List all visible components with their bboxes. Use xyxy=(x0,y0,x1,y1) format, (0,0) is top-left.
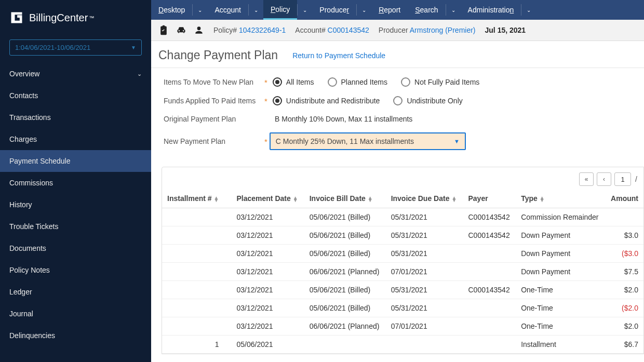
topnav-dropdown-administration[interactable]: ⌄ xyxy=(521,0,536,20)
cell-due: 05/31/2021 xyxy=(386,226,463,245)
pager-first-button[interactable]: « xyxy=(579,172,594,186)
topnav-search[interactable]: Search xyxy=(408,0,445,20)
sidebar-item-label: Charges xyxy=(9,135,37,143)
clipboard-icon[interactable] xyxy=(158,25,169,35)
sidebar-item-policy-notes[interactable]: Policy Notes xyxy=(0,259,151,281)
policy-number-link[interactable]: 1042322649-1 xyxy=(239,26,286,34)
cell-placement: 03/12/2021 xyxy=(232,245,304,263)
form-area: Items To Move To New Plan * All ItemsPla… xyxy=(151,68,644,165)
col-amount[interactable]: Amount xyxy=(605,189,643,208)
table-row[interactable]: 03/12/202106/06/2021 (Planned)07/01/2021… xyxy=(162,263,643,281)
radio-label: Undistribute Only xyxy=(407,97,462,105)
sidebar-item-commissions[interactable]: Commissions xyxy=(0,172,151,194)
sidebar-item-journal[interactable]: Journal xyxy=(0,303,151,325)
table-row[interactable]: 03/12/202105/06/2021 (Billed)05/31/2021C… xyxy=(162,208,643,226)
table-row[interactable]: 03/12/202105/06/2021 (Billed)05/31/2021C… xyxy=(162,281,643,299)
pager-separator: / xyxy=(634,175,638,183)
cell-type: Down Payment xyxy=(516,263,605,281)
table-row[interactable]: 03/12/202105/06/2021 (Billed)05/31/2021O… xyxy=(162,299,643,317)
return-link[interactable]: Return to Payment Schedule xyxy=(292,51,385,60)
pager-page-input[interactable]: 1 xyxy=(614,172,631,186)
sidebar-item-history[interactable]: History xyxy=(0,194,151,216)
col-installment[interactable]: Installment #▲▼ xyxy=(162,189,232,208)
funds-radio-group: Undistribute and RedistributeUndistribut… xyxy=(273,96,463,105)
topnav-report[interactable]: Report xyxy=(371,0,408,20)
topnav-producer[interactable]: Producer xyxy=(312,0,356,20)
sidebar-item-payment-schedule[interactable]: Payment Schedule xyxy=(0,150,151,172)
cell-payer xyxy=(463,299,516,317)
col-payer[interactable]: Payer xyxy=(463,189,516,208)
sort-icon: ▲▼ xyxy=(293,196,298,202)
cell-due: 05/31/2021 xyxy=(386,281,463,299)
items-to-move-row: Items To Move To New Plan * All ItemsPla… xyxy=(164,77,632,87)
sidebar-item-charges[interactable]: Charges xyxy=(0,128,151,150)
radio-icon xyxy=(328,77,337,87)
col-due-date[interactable]: Invoice Due Date▲▼ xyxy=(386,189,463,208)
topnav-administration[interactable]: Administration xyxy=(461,0,521,20)
sidebar-item-label: Commissions xyxy=(9,179,53,187)
new-plan-select[interactable]: C Monthly 25% Down, 11 Max installments … xyxy=(270,132,466,150)
cell-install xyxy=(162,245,232,263)
sidebar-item-label: Overview xyxy=(9,70,39,78)
radio-label: Undistribute and Redistribute xyxy=(286,97,380,105)
sidebar-nav: Overview⌄ContactsTransactionsChargesPaym… xyxy=(0,63,151,346)
radio-undistribute-only[interactable]: Undistribute Only xyxy=(393,96,462,105)
producer-name-link[interactable]: Armstrong (Premier) xyxy=(410,26,476,34)
sidebar-item-label: Policy Notes xyxy=(9,266,50,274)
required-icon: * xyxy=(264,97,267,105)
sidebar-item-label: Documents xyxy=(9,244,46,252)
sort-icon: ▲▼ xyxy=(451,196,457,202)
sidebar-item-ledger[interactable]: Ledger xyxy=(0,281,151,303)
pager-prev-button[interactable]: ‹ xyxy=(597,172,611,186)
table-row[interactable]: 03/12/202105/06/2021 (Billed)05/31/2021C… xyxy=(162,226,643,245)
account-number-link[interactable]: C000143542 xyxy=(328,26,369,34)
col-placement[interactable]: Placement Date▲▼ xyxy=(232,189,304,208)
cell-payer: C000143542 xyxy=(463,281,516,299)
radio-not-fully-paid-items[interactable]: Not Fully Paid Items xyxy=(401,77,479,87)
sidebar-item-contacts[interactable]: Contacts xyxy=(0,85,151,106)
sidebar-item-trouble-tickets[interactable]: Trouble Tickets xyxy=(0,216,151,237)
car-icon[interactable] xyxy=(176,25,186,35)
cell-install xyxy=(162,317,232,336)
context-bar: Policy# 1042322649-1 Account# C000143542… xyxy=(151,20,644,41)
sidebar-item-label: Transactions xyxy=(9,113,51,122)
topnav-dropdown-producer[interactable]: ⌄ xyxy=(357,0,371,20)
cell-due: 07/01/2021 xyxy=(386,317,463,336)
cell-type: Installment xyxy=(516,336,605,354)
person-icon[interactable] xyxy=(194,25,204,35)
topnav-dropdown-policy[interactable]: ⌄ xyxy=(298,0,312,20)
cell-due: 05/31/2021 xyxy=(386,245,463,263)
topnav-account[interactable]: Account xyxy=(207,0,248,20)
sidebar-item-delinquencies[interactable]: Delinquencies xyxy=(0,325,151,346)
sidebar-item-overview[interactable]: Overview⌄ xyxy=(0,63,151,85)
table-row[interactable]: 03/12/202105/06/2021 (Billed)05/31/2021D… xyxy=(162,245,643,263)
date-range-selector[interactable]: 1:04/06/2021-10/06/2021 ▼ xyxy=(9,39,142,56)
sidebar-item-label: Delinquencies xyxy=(9,331,55,340)
sort-icon: ▲▼ xyxy=(368,196,373,202)
cell-type: One-Time xyxy=(516,299,605,317)
cell-bill: 05/06/2021 (Billed) xyxy=(304,226,386,245)
cell-type: Down Payment xyxy=(516,226,605,245)
table-row[interactable]: 105/06/2021Installment$6.7 xyxy=(162,336,643,354)
sidebar-item-documents[interactable]: Documents xyxy=(0,237,151,259)
topnav-desktop[interactable]: Desktop xyxy=(151,0,192,20)
brand-name: BillingCenter xyxy=(29,12,88,24)
context-icons xyxy=(158,25,204,35)
top-nav: Desktop⌄Account⌄Policy⌄Producer⌄ReportSe… xyxy=(151,0,644,20)
radio-all-items[interactable]: All Items xyxy=(273,77,314,87)
topnav-dropdown-search[interactable]: ⌄ xyxy=(446,0,461,20)
sidebar-item-transactions[interactable]: Transactions xyxy=(0,106,151,128)
cell-due: 05/31/2021 xyxy=(386,299,463,317)
radio-undistribute-and-redistribute[interactable]: Undistribute and Redistribute xyxy=(273,96,380,105)
col-type[interactable]: Type▲▼ xyxy=(516,189,605,208)
table-row[interactable]: 03/12/202106/06/2021 (Planned)07/01/2021… xyxy=(162,317,643,336)
topnav-policy[interactable]: Policy xyxy=(263,0,297,20)
topnav-dropdown-account[interactable]: ⌄ xyxy=(249,0,263,20)
radio-label: Planned Items xyxy=(341,78,388,86)
radio-planned-items[interactable]: Planned Items xyxy=(328,77,388,87)
account-label: Account# xyxy=(295,26,325,34)
col-bill-date[interactable]: Invoice Bill Date▲▼ xyxy=(304,189,386,208)
cell-due: 05/31/2021 xyxy=(386,208,463,226)
topnav-dropdown-desktop[interactable]: ⌄ xyxy=(193,0,207,20)
cell-bill: 05/06/2021 (Billed) xyxy=(304,245,386,263)
